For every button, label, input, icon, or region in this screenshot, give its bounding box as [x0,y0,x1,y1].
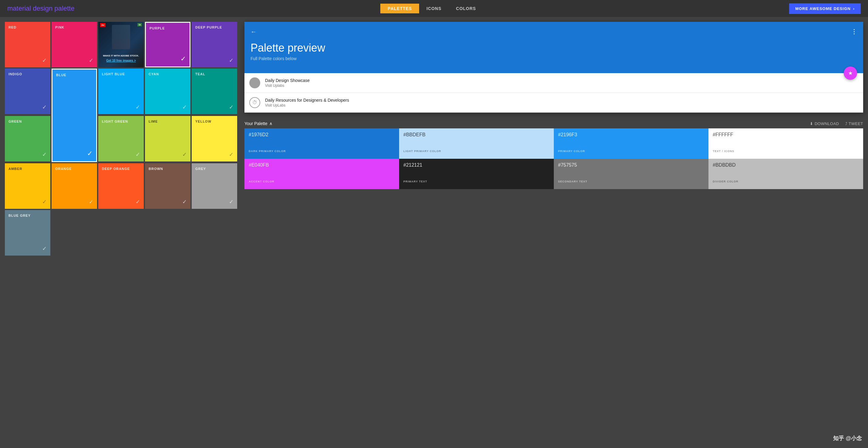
swatch-hex: #1976D2 [249,132,395,138]
color-red[interactable]: RED ✓ [5,22,50,67]
palette-actions: ⬇ DOWNLOAD ⤴ TWEET [810,121,863,126]
tweet-button[interactable]: ⤴ TWEET [845,121,863,126]
swatch-hex: #BBDEFB [403,132,550,138]
color-light-green[interactable]: LIGHT GREEN ✓ [98,116,144,161]
download-button[interactable]: ⬇ DOWNLOAD [810,121,839,126]
swatch-primary[interactable]: #2196F3 PRIMARY COLOR [554,128,709,159]
list-item: Daily Design Showcase Visit Uplabs [244,73,863,93]
adobe-logo-icon: Ae [100,23,105,27]
swatch-accent[interactable]: #E040FB ACCENT COLOR [244,159,399,189]
stock-logo-icon: St [137,23,142,26]
ad-banner: Ae St MAKE IT WITH ADOBE STOCK. Get 10 f… [98,22,144,67]
main-content: RED ✓ PINK ✓ Ae St MAKE IT WITH ADOBE ST… [0,17,868,256]
list-item-title: Daily Resources for Designers & Develope… [265,98,349,102]
color-green[interactable]: GREEN ✓ [5,116,50,161]
list-item-subtitle: Visit UpLabs [265,103,349,108]
swatch-secondary-text[interactable]: #757575 SECONDARY TEXT [554,159,709,189]
list-item: ⏱ Daily Resources for Designers & Develo… [244,93,863,113]
color-cyan[interactable]: CYAN ✓ [145,68,190,114]
palette-swatches: #1976D2 DARK PRIMARY COLOR #BBDEFB LIGHT… [244,128,863,159]
preview-subtitle: Full Palette colors below [250,56,857,61]
color-yellow[interactable]: YELLOW ✓ [192,116,237,161]
list-item-text: Daily Design Showcase Visit Uplabs [265,78,310,88]
logo-text: material design [7,5,54,12]
color-grid: RED ✓ PINK ✓ Ae St MAKE IT WITH ADOBE ST… [5,22,237,256]
nav-icons[interactable]: ICONS [419,4,448,13]
color-lime[interactable]: LIME ✓ [145,116,190,161]
swatch-label: DIVIDER COLOR [713,180,859,183]
color-orange[interactable]: ORANGE ✓ [52,163,97,209]
palette-header: Your Palette ∧ ⬇ DOWNLOAD ⤴ TWEET [244,119,863,128]
nav-colors[interactable]: COLORS [449,4,484,13]
preview-fab[interactable]: ★ [844,66,857,80]
swatch-text-icons[interactable]: #FFFFFF TEXT / ICONS [709,128,863,159]
swatch-hex: #212121 [403,162,550,168]
swatch-label: TEXT / ICONS [713,150,859,153]
swatch-label: LIGHT PRIMARY COLOR [403,150,550,153]
logo-accent: palette [54,5,74,12]
color-grey[interactable]: GREY ✓ [192,163,237,209]
color-purple[interactable]: PURPLE ✓ [145,22,190,67]
swatch-light-primary[interactable]: #BBDEFB LIGHT PRIMARY COLOR [399,128,554,159]
swatch-divider[interactable]: #BDBDBD DIVIDER COLOR [709,159,863,189]
swatch-hex: #2196F3 [558,132,704,138]
download-icon: ⬇ [810,121,813,126]
ad-make-it: MAKE IT WITH ADOBE STOCK. [103,54,139,57]
color-deep-orange[interactable]: DEEP ORANGE ✓ [98,163,144,209]
color-brown[interactable]: BROWN ✓ [145,163,190,209]
preview-card: ← ⋮ Palette preview Full Palette colors … [244,22,863,113]
preview-menu-icon[interactable]: ⋮ [851,28,857,35]
color-light-blue[interactable]: LIGHT BLUE ✓ [98,68,144,114]
right-panel: ← ⋮ Palette preview Full Palette colors … [244,22,863,256]
swatch-label: SECONDARY TEXT [558,180,704,183]
swatch-dark-primary[interactable]: #1976D2 DARK PRIMARY COLOR [244,128,399,159]
preview-header-top: ← ⋮ [250,28,857,35]
swatch-hex: #BDBDBD [713,162,859,168]
watermark: 知乎 @小念 [833,435,862,442]
swatch-primary-text[interactable]: #212121 PRIMARY TEXT [399,159,554,189]
color-blue-grey[interactable]: BLUE GREY ✓ [5,210,50,256]
color-indigo[interactable]: INDIGO ✓ [5,68,50,114]
ad-get-free: Get 10 free images > [103,59,139,62]
preview-back-icon[interactable]: ← [250,28,256,35]
navigation: PALETTES ICONS COLORS [380,4,483,13]
palette-swatches-row2: #E040FB ACCENT COLOR #212121 PRIMARY TEX… [244,159,863,189]
swatch-hex: #FFFFFF [713,132,859,138]
preview-header: ← ⋮ Palette preview Full Palette colors … [244,22,863,73]
nav-palettes[interactable]: PALETTES [380,4,419,13]
list-icon-shape [249,78,260,88]
ad-text: MAKE IT WITH ADOBE STOCK. Get 10 free im… [101,54,142,62]
swatch-label: ACCENT COLOR [249,180,395,183]
chevron-up-icon: ∧ [269,121,272,126]
list-item-text: Daily Resources for Designers & Develope… [265,98,349,108]
swatch-label: PRIMARY COLOR [558,150,704,153]
palette-section: Your Palette ∧ ⬇ DOWNLOAD ⤴ TWEET [244,119,863,189]
color-deep-purple[interactable]: DEEP PURPLE ✓ [192,22,237,67]
list-item-title: Daily Design Showcase [265,78,310,83]
swatch-hex: #757575 [558,162,704,168]
swatch-hex: #E040FB [249,162,395,168]
tweet-icon: ⤴ [845,121,848,126]
header: material design palette PALETTES ICONS C… [0,0,868,17]
color-pink[interactable]: PINK ✓ [52,22,97,67]
clock-icon: ⏱ [249,97,260,108]
more-awesome-button[interactable]: MORE AWESOME DESIGN › [789,3,861,14]
ad-image [112,25,130,49]
list-item-subtitle: Visit Uplabs [265,84,310,88]
color-amber[interactable]: AMBER ✓ [5,163,50,209]
logo: material design palette [7,5,74,12]
color-blue[interactable]: BLUE ✓ [52,68,97,162]
preview-body: Daily Design Showcase Visit Uplabs ⏱ Dai… [244,73,863,113]
ad-cell[interactable]: Ae St MAKE IT WITH ADOBE STOCK. Get 10 f… [98,22,144,67]
swatch-label: PRIMARY TEXT [403,180,550,183]
swatch-label: DARK PRIMARY COLOR [249,150,395,153]
palette-title: Your Palette ∧ [244,121,272,126]
color-teal[interactable]: TEAL ✓ [192,68,237,114]
preview-title: Palette preview [250,41,857,54]
